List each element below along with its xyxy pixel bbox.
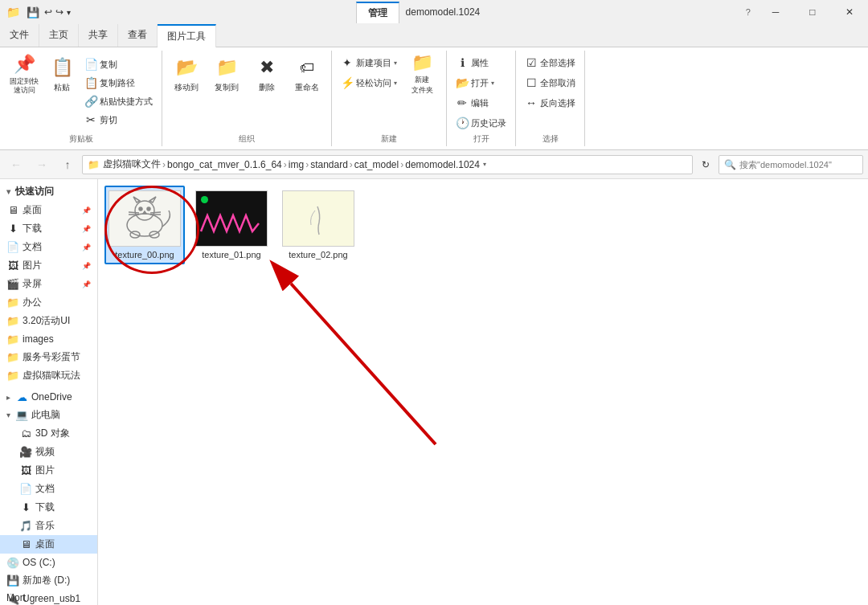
sidebar-item-pics-quick[interactable]: 🖼 图片 📌 — [0, 256, 97, 275]
pics-icon: 🖼 — [6, 260, 19, 272]
sidebar-video[interactable]: 🎥 视频 — [0, 443, 97, 461]
onedrive-label: OneDrive — [31, 391, 72, 403]
paste-button[interactable]: 📋 粘贴 — [45, 52, 79, 96]
tab-view[interactable]: 查看 — [118, 24, 158, 47]
copy-path-icon: 📋 — [84, 76, 97, 89]
invert-select-button[interactable]: ↔ 反向选择 — [521, 94, 579, 112]
sidebar-item-office[interactable]: 📁 办公 — [0, 293, 97, 312]
easy-access-arrow: ▾ — [394, 80, 397, 87]
open-icon: 📂 — [456, 76, 469, 89]
move-to-button[interactable]: 📂 移动到 — [167, 52, 206, 96]
tab-file[interactable]: 文件 — [0, 24, 39, 47]
images-label: images — [23, 333, 54, 345]
paste-shortcut-label: 粘贴快捷方式 — [100, 96, 153, 108]
sidebar-item-download-quick[interactable]: ⬇ 下载 📌 — [0, 219, 97, 238]
tab-home[interactable]: 主页 — [39, 24, 79, 47]
ribbon-group-new: ✦ 新建项目 ▾ ⚡ 轻松访问 ▾ 📁 新建文件夹 新建 — [332, 51, 447, 146]
forward-button[interactable]: → — [31, 153, 53, 176]
delete-icon: ✖ — [254, 55, 280, 80]
sidebar-os-c[interactable]: 💿 OS (C:) — [0, 554, 97, 571]
office-label: 办公 — [23, 296, 42, 309]
sidebar-onedrive[interactable]: ▸ ☁ OneDrive — [0, 388, 97, 406]
file-item-texture00[interactable]: texture_00.png — [104, 186, 185, 264]
refresh-button[interactable]: ↻ — [696, 155, 715, 174]
invert-label: 反向选择 — [540, 97, 575, 109]
copy-path-button[interactable]: 📋 复制路径 — [80, 74, 157, 92]
path-seg-5[interactable]: cat_model — [354, 159, 399, 170]
path-seg-1[interactable]: 虚拟猫咪文件 — [103, 157, 161, 171]
qat-save[interactable]: 💾 — [27, 6, 39, 18]
download-pin: 📌 — [82, 225, 91, 233]
sidebar-item-service[interactable]: 📁 服务号彩蛋节 — [0, 348, 97, 366]
path-seg-4[interactable]: standard — [310, 159, 348, 170]
easy-access-button[interactable]: ⚡ 轻松访问 ▾ — [337, 74, 401, 92]
mark-svg — [287, 194, 350, 243]
downloads-icon: ⬇ — [19, 501, 32, 514]
move-label: 移动到 — [174, 82, 199, 93]
copy-button[interactable]: 📄 复制 — [80, 55, 157, 73]
sidebar-item-rec-quick[interactable]: 🎬 录屏 📌 — [0, 275, 97, 293]
sidebar-pictures[interactable]: 🖼 图片 — [0, 461, 97, 480]
path-seg-6[interactable]: demomodel.1024 — [405, 159, 480, 170]
tab-share[interactable]: 共享 — [79, 24, 118, 47]
os-c-label: OS (C:) — [23, 557, 55, 568]
tab-picture-tools[interactable]: 图片工具 — [158, 24, 216, 47]
delete-button[interactable]: ✖ 删除 — [248, 52, 286, 96]
copy-to-button[interactable]: 📁 复制到 — [207, 52, 246, 96]
docs-icon: 📄 — [6, 241, 19, 254]
open-button[interactable]: 📂 打开 ▾ — [452, 74, 510, 92]
history-button[interactable]: 🕐 历史记录 — [452, 114, 510, 132]
invert-icon: ↔ — [525, 96, 538, 109]
svg-line-11 — [150, 212, 161, 213]
sidebar-item-docs-quick[interactable]: 📄 文档 📌 — [0, 238, 97, 256]
property-icon: ℹ — [456, 56, 469, 69]
sidebar-3d-objects[interactable]: 🗂 3D 对象 — [0, 424, 97, 443]
maximize-button[interactable]: □ — [794, 0, 831, 24]
sidebar-new-d[interactable]: 💾 新加卷 (D:) — [0, 571, 97, 590]
qat-dropdown[interactable]: ▾ — [67, 8, 71, 17]
music-icon: 🎵 — [19, 520, 32, 533]
deselect-button[interactable]: ☐ 全部取消 — [521, 74, 579, 92]
sidebar-this-pc[interactable]: ▾ 💻 此电脑 — [0, 406, 97, 424]
sidebar-item-desktop-quick[interactable]: 🖥 桌面 📌 — [0, 201, 97, 219]
sidebar-item-activity[interactable]: 📁 3.20活动UI — [0, 312, 97, 330]
pin-to-quick-access-button[interactable]: 📌 固定到快速访问 — [5, 52, 43, 96]
new-item-button[interactable]: ✦ 新建项目 ▾ — [337, 54, 401, 72]
back-button[interactable]: ← — [5, 153, 27, 176]
edit-button[interactable]: ✏ 编辑 — [452, 94, 510, 112]
sidebar-desktop-pc[interactable]: 🖥 桌面 — [0, 535, 97, 554]
new-folder-button[interactable]: 📁 新建文件夹 — [403, 52, 441, 96]
rename-button[interactable]: 🏷 重命名 — [288, 52, 326, 96]
sidebar-music[interactable]: 🎵 音乐 — [0, 517, 97, 535]
search-input[interactable] — [739, 160, 852, 170]
qat-redo[interactable]: ↪ — [55, 6, 63, 18]
edit-icon: ✏ — [456, 96, 469, 109]
open-col: ℹ 属性 📂 打开 ▾ ✏ 编辑 🕐 历史记录 — [452, 52, 510, 132]
select-all-button[interactable]: ☑ 全部选择 — [521, 54, 579, 72]
sidebar-documents[interactable]: 📄 文档 — [0, 480, 97, 498]
deselect-icon: ☐ — [525, 76, 538, 89]
path-seg-3[interactable]: img — [289, 159, 304, 170]
manage-tab[interactable]: 管理 — [356, 2, 399, 23]
cut-button[interactable]: ✂ 剪切 — [80, 111, 157, 129]
sidebar: ▾ 快速访问 🖥 桌面 📌 ⬇ 下载 📌 📄 文档 📌 🖼 图片 📌 🎬 录屏 … — [0, 179, 98, 605]
file-item-texture02[interactable]: texture_02.png — [278, 186, 358, 264]
qat-undo[interactable]: ↩ — [44, 6, 52, 18]
file-item-texture01[interactable]: texture_01.png — [191, 186, 272, 264]
office-icon: 📁 — [6, 296, 19, 309]
address-path[interactable]: 📁 虚拟猫咪文件 › bongo_cat_mver_0.1.6_64 › img… — [82, 155, 693, 174]
onedrive-arrow: ▸ — [6, 393, 10, 402]
close-button[interactable]: ✕ — [831, 0, 868, 24]
minimize-button[interactable]: ─ — [757, 0, 794, 24]
property-button[interactable]: ℹ 属性 — [452, 54, 510, 72]
path-dropdown-arrow[interactable]: ▾ — [483, 161, 486, 168]
sidebar-item-images[interactable]: 📁 images — [0, 330, 97, 348]
up-button[interactable]: ↑ — [56, 153, 79, 176]
sidebar-quick-access-header[interactable]: ▾ 快速访问 — [0, 182, 97, 201]
path-seg-2[interactable]: bongo_cat_mver_0.1.6_64 — [167, 159, 282, 170]
texture01-name: texture_01.png — [202, 250, 260, 260]
video-icon: 🎥 — [19, 446, 32, 459]
sidebar-item-virtual-cat[interactable]: 📁 虚拟猫咪玩法 — [0, 366, 97, 385]
sidebar-downloads[interactable]: ⬇ 下载 — [0, 498, 97, 517]
paste-shortcut-button[interactable]: 🔗 粘贴快捷方式 — [80, 92, 157, 110]
